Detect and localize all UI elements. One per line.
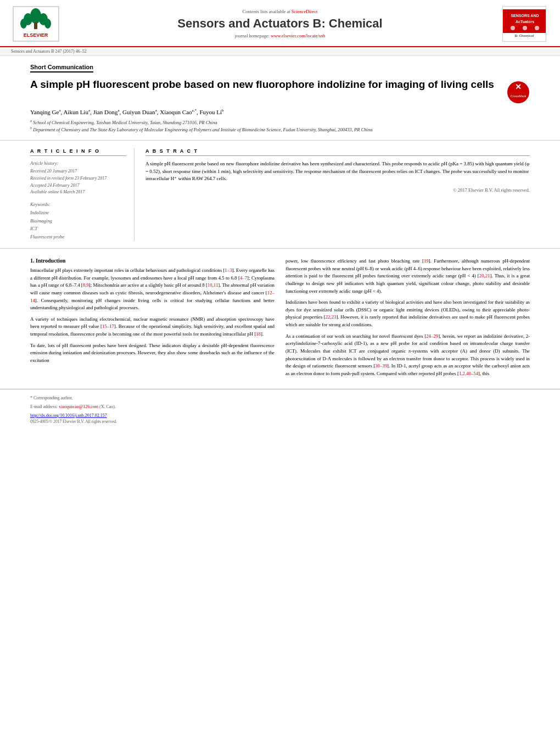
article-dates: Received 20 January 2017 Received in rev… <box>30 168 126 196</box>
main-body: 1. Introduction Intracellular pH plays e… <box>0 248 560 381</box>
keywords-section: Keywords: Indolizine Bioimaging ICT Fluo… <box>30 202 126 241</box>
article-info-column: A R T I C L E I N F O Article history: R… <box>30 148 135 241</box>
abstract-text: A simple pH fluorescent probe based on n… <box>145 160 530 183</box>
ref-20-21[interactable]: 20,21 <box>479 273 490 278</box>
online-date: Available online 6 March 2017 <box>30 189 126 196</box>
article-info-header: A R T I C L E I N F O <box>30 148 126 156</box>
svg-text:AcTuators: AcTuators <box>516 20 534 24</box>
sensors-logo-area: SENSORS AND AcTuators B: Chemical <box>500 6 549 42</box>
ref-19[interactable]: 19 <box>424 258 429 264</box>
homepage-url[interactable]: www.elsevier.com/locate/snb <box>271 33 326 38</box>
ref-22-23[interactable]: 22,23 <box>326 314 337 320</box>
journal-title: Sensors and Actuators B: Chemical <box>71 16 489 31</box>
svg-rect-5 <box>34 23 37 29</box>
ref-8-9[interactable]: 8,9 <box>83 282 89 288</box>
abstract-column: A B S T R A C T A simple pH fluorescent … <box>145 148 530 241</box>
author-xiaoqun: Xiaoqun Caoa,*, <box>160 109 199 115</box>
article-history-label: Article history: <box>30 160 126 166</box>
author-jian: Jian Donga, <box>93 109 123 115</box>
email-note: E-mail address: xiaoquncao@126.com (X. C… <box>30 404 530 411</box>
article-title-section: A simple pH fluorescent probe based on n… <box>0 78 560 104</box>
article-title: A simple pH fluorescent probe based on n… <box>30 78 501 92</box>
revised-date: Received in revised form 23 February 201… <box>30 175 126 182</box>
doi-footer: http://dx.doi.org/10.1016/j.snb.2017.02.… <box>30 413 530 418</box>
ref-18[interactable]: 18 <box>256 331 261 337</box>
author-aikun: Aikun Liua, <box>63 109 93 115</box>
sciencedirect-link[interactable]: ScienceDirect <box>292 9 318 14</box>
affiliations: a School of Chemical Engineering, Taisha… <box>30 119 530 133</box>
ref-1-3[interactable]: 1–3 <box>225 267 232 273</box>
intro-para-1: Intracellular pH plays extremely importa… <box>30 267 275 312</box>
svg-text:SENSORS AND: SENSORS AND <box>511 14 539 18</box>
affiliation-b: b Department of Chemistry and The State … <box>30 126 530 133</box>
body-left-column: 1. Introduction Intracellular pH plays e… <box>30 258 275 381</box>
crossmark-logo: ✕ CrossMark <box>507 81 530 104</box>
keyword-2: Bioimaging <box>30 217 126 225</box>
header-center: Contents lists available at ScienceDirec… <box>60 9 500 38</box>
author-fuyou: Fuyou Lib <box>199 109 223 115</box>
elsevier-logo-area: ELSEVIER <box>11 4 60 43</box>
article-type-section: Short Communication <box>0 56 560 78</box>
svg-point-12 <box>523 26 527 30</box>
received-date: Received 20 January 2017 <box>30 168 126 175</box>
journal-homepage: journal homepage: www.elsevier.com/locat… <box>71 33 489 38</box>
elsevier-logo-svg: ELSEVIER <box>13 6 59 42</box>
body-right-column: power, low fluorescence efficiency and f… <box>285 258 530 381</box>
article-type: Short Communication <box>30 64 93 72</box>
doi-bar: Sensors and Actuators B 247 (2017) 46–52 <box>0 47 560 56</box>
ref-15-17[interactable]: 15–17 <box>102 323 114 329</box>
svg-point-4 <box>44 19 51 29</box>
keyword-1: Indolizine <box>30 209 126 216</box>
contents-link: Contents lists available at ScienceDirec… <box>71 9 489 14</box>
ref-1-2-40-54[interactable]: 1,2,40–54 <box>459 371 478 376</box>
sensors-actuators-logo: SENSORS AND AcTuators B: Chemical <box>502 6 546 42</box>
issn-footer: 0925-4005/© 2017 Elsevier B.V. All right… <box>30 419 530 424</box>
authors-list: Yanqing Gea, Aikun Liua, Jian Donga, Gui… <box>30 108 530 115</box>
right-para-2: Indolizines have been found to exhibit a… <box>285 299 530 329</box>
abstract-header: A B S T R A C T <box>145 148 530 156</box>
ref-30-39[interactable]: 30–39 <box>375 363 387 369</box>
intro-para-3: To date, lots of pH fluorescent probes h… <box>30 342 275 365</box>
journal-header: ELSEVIER Contents lists available at Sci… <box>0 0 560 47</box>
right-para-3: As a continuation of our work on searchi… <box>285 333 530 378</box>
copyright: © 2017 Elsevier B.V. All rights reserved… <box>145 187 530 193</box>
author-yanqing: Yanqing Gea, <box>30 109 63 115</box>
ref-10-11[interactable]: 10,11 <box>208 282 218 288</box>
svg-point-3 <box>20 19 27 29</box>
right-para-1: power, low fluorescence efficiency and f… <box>285 258 530 295</box>
article-info-abstract-section: A R T I C L E I N F O Article history: R… <box>0 140 560 241</box>
svg-point-13 <box>535 26 539 30</box>
corresponding-author-note: * Corresponding author. <box>30 395 530 402</box>
keywords-label: Keywords: <box>30 202 126 207</box>
svg-text:ELSEVIER: ELSEVIER <box>23 32 48 38</box>
journal-ref: Sensors and Actuators B 247 (2017) 46–52 <box>11 49 87 54</box>
intro-para-2: A variety of techniques including electr… <box>30 316 275 338</box>
authors-section: Yanqing Gea, Aikun Liua, Jian Donga, Gui… <box>0 104 560 133</box>
affiliation-a: a School of Chemical Engineering, Taisha… <box>30 119 530 126</box>
svg-point-11 <box>511 26 515 30</box>
ref-4-7[interactable]: 4–7 <box>240 275 247 281</box>
intro-title: 1. Introduction <box>30 258 275 264</box>
svg-text:CrossMark: CrossMark <box>510 94 527 98</box>
keyword-4: Fluorescent probe <box>30 233 126 241</box>
doi-link[interactable]: http://dx.doi.org/10.1016/j.snb.2017.02.… <box>30 413 107 418</box>
email-link[interactable]: xiaoquncao@126.com <box>59 404 98 409</box>
author-guiyun: Guiyun Duana, <box>122 109 160 115</box>
page: ELSEVIER Contents lists available at Sci… <box>0 0 560 742</box>
ref-12-14[interactable]: 12–14 <box>30 290 275 303</box>
keyword-3: ICT <box>30 225 126 232</box>
accepted-date: Accepted 24 February 2017 <box>30 182 126 189</box>
svg-text:✕: ✕ <box>515 82 522 91</box>
article-footer: * Corresponding author. E-mail address: … <box>0 389 560 429</box>
ref-24-29[interactable]: 24–29 <box>426 333 438 339</box>
